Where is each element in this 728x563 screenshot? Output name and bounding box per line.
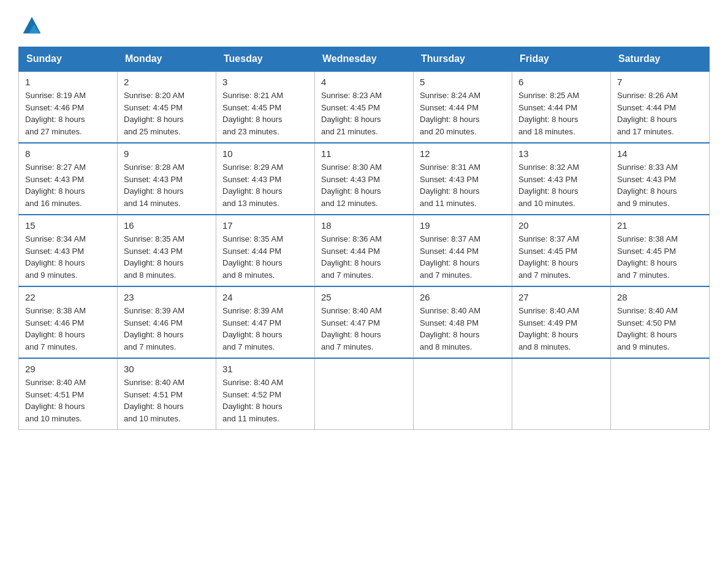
day-number: 5 (420, 77, 506, 87)
calendar-day-header-tuesday: Tuesday (216, 47, 315, 72)
day-number: 1 (25, 77, 111, 87)
day-info: Sunrise: 8:30 AMSunset: 4:43 PMDaylight:… (321, 161, 407, 209)
day-number: 21 (617, 220, 703, 231)
calendar-cell: 11 Sunrise: 8:30 AMSunset: 4:43 PMDaylig… (315, 143, 414, 215)
logo-icon (21, 13, 43, 36)
calendar-header-row: SundayMondayTuesdayWednesdayThursdayFrid… (19, 47, 710, 72)
day-info: Sunrise: 8:36 AMSunset: 4:44 PMDaylight:… (321, 233, 407, 281)
calendar-cell: 15 Sunrise: 8:34 AMSunset: 4:43 PMDaylig… (19, 215, 118, 286)
calendar-day-header-wednesday: Wednesday (315, 47, 414, 72)
day-info: Sunrise: 8:37 AMSunset: 4:45 PMDaylight:… (518, 233, 604, 281)
calendar-day-header-monday: Monday (118, 47, 216, 72)
calendar-cell: 9 Sunrise: 8:28 AMSunset: 4:43 PMDayligh… (118, 143, 216, 215)
day-number: 19 (420, 220, 506, 231)
calendar-cell: 28 Sunrise: 8:40 AMSunset: 4:50 PMDaylig… (611, 286, 710, 358)
calendar-day-header-friday: Friday (512, 47, 611, 72)
calendar-cell: 29 Sunrise: 8:40 AMSunset: 4:51 PMDaylig… (19, 358, 118, 430)
calendar-week-row: 15 Sunrise: 8:34 AMSunset: 4:43 PMDaylig… (19, 215, 710, 286)
day-number: 25 (321, 292, 407, 302)
calendar-cell: 3 Sunrise: 8:21 AMSunset: 4:45 PMDayligh… (216, 71, 315, 143)
day-info: Sunrise: 8:40 AMSunset: 4:47 PMDaylight:… (321, 305, 407, 353)
day-number: 11 (321, 148, 407, 159)
day-number: 26 (420, 292, 506, 302)
day-info: Sunrise: 8:31 AMSunset: 4:43 PMDaylight:… (420, 161, 506, 209)
day-number: 18 (321, 220, 407, 231)
day-number: 8 (25, 148, 111, 159)
day-info: Sunrise: 8:26 AMSunset: 4:44 PMDaylight:… (617, 90, 703, 137)
day-info: Sunrise: 8:20 AMSunset: 4:45 PMDaylight:… (124, 90, 210, 137)
calendar-cell: 4 Sunrise: 8:23 AMSunset: 4:45 PMDayligh… (315, 71, 414, 143)
calendar-cell: 17 Sunrise: 8:35 AMSunset: 4:44 PMDaylig… (216, 215, 315, 286)
calendar-cell: 26 Sunrise: 8:40 AMSunset: 4:48 PMDaylig… (414, 286, 512, 358)
calendar-cell: 31 Sunrise: 8:40 AMSunset: 4:52 PMDaylig… (216, 358, 315, 430)
calendar-cell: 27 Sunrise: 8:40 AMSunset: 4:49 PMDaylig… (512, 286, 611, 358)
day-number: 31 (222, 364, 308, 374)
day-info: Sunrise: 8:27 AMSunset: 4:43 PMDaylight:… (25, 161, 111, 209)
day-number: 12 (420, 148, 506, 159)
day-info: Sunrise: 8:35 AMSunset: 4:43 PMDaylight:… (124, 233, 210, 281)
day-number: 13 (518, 148, 604, 159)
calendar-day-header-saturday: Saturday (611, 47, 710, 72)
day-info: Sunrise: 8:40 AMSunset: 4:50 PMDaylight:… (617, 305, 703, 353)
calendar-cell: 13 Sunrise: 8:32 AMSunset: 4:43 PMDaylig… (512, 143, 611, 215)
day-number: 2 (124, 77, 210, 87)
calendar-cell: 21 Sunrise: 8:38 AMSunset: 4:45 PMDaylig… (611, 215, 710, 286)
calendar-cell: 1 Sunrise: 8:19 AMSunset: 4:46 PMDayligh… (19, 71, 118, 143)
day-number: 23 (124, 292, 210, 302)
calendar-cell (414, 358, 512, 430)
day-info: Sunrise: 8:40 AMSunset: 4:51 PMDaylight:… (124, 377, 210, 424)
day-info: Sunrise: 8:38 AMSunset: 4:46 PMDaylight:… (25, 305, 111, 353)
calendar-cell: 24 Sunrise: 8:39 AMSunset: 4:47 PMDaylig… (216, 286, 315, 358)
day-number: 14 (617, 148, 703, 159)
calendar-week-row: 1 Sunrise: 8:19 AMSunset: 4:46 PMDayligh… (19, 71, 710, 143)
calendar-cell: 14 Sunrise: 8:33 AMSunset: 4:43 PMDaylig… (611, 143, 710, 215)
day-info: Sunrise: 8:29 AMSunset: 4:43 PMDaylight:… (222, 161, 308, 209)
calendar-cell: 7 Sunrise: 8:26 AMSunset: 4:44 PMDayligh… (611, 71, 710, 143)
calendar-cell: 23 Sunrise: 8:39 AMSunset: 4:46 PMDaylig… (118, 286, 216, 358)
day-info: Sunrise: 8:38 AMSunset: 4:45 PMDaylight:… (617, 233, 703, 281)
day-number: 30 (124, 364, 210, 374)
calendar-cell: 2 Sunrise: 8:20 AMSunset: 4:45 PMDayligh… (118, 71, 216, 143)
day-info: Sunrise: 8:39 AMSunset: 4:46 PMDaylight:… (124, 305, 210, 353)
calendar-week-row: 29 Sunrise: 8:40 AMSunset: 4:51 PMDaylig… (19, 358, 710, 430)
calendar-table: SundayMondayTuesdayWednesdayThursdayFrid… (18, 47, 710, 430)
day-number: 6 (518, 77, 604, 87)
day-number: 4 (321, 77, 407, 87)
calendar-cell: 16 Sunrise: 8:35 AMSunset: 4:43 PMDaylig… (118, 215, 216, 286)
day-info: Sunrise: 8:39 AMSunset: 4:47 PMDaylight:… (222, 305, 308, 353)
calendar-week-row: 22 Sunrise: 8:38 AMSunset: 4:46 PMDaylig… (19, 286, 710, 358)
calendar-cell: 20 Sunrise: 8:37 AMSunset: 4:45 PMDaylig… (512, 215, 611, 286)
day-number: 27 (518, 292, 604, 302)
calendar-cell: 12 Sunrise: 8:31 AMSunset: 4:43 PMDaylig… (414, 143, 512, 215)
logo (18, 12, 43, 36)
day-info: Sunrise: 8:24 AMSunset: 4:44 PMDaylight:… (420, 90, 506, 137)
calendar-cell: 6 Sunrise: 8:25 AMSunset: 4:44 PMDayligh… (512, 71, 611, 143)
day-info: Sunrise: 8:37 AMSunset: 4:44 PMDaylight:… (420, 233, 506, 281)
calendar-cell: 5 Sunrise: 8:24 AMSunset: 4:44 PMDayligh… (414, 71, 512, 143)
day-info: Sunrise: 8:23 AMSunset: 4:45 PMDaylight:… (321, 90, 407, 137)
day-number: 22 (25, 292, 111, 302)
day-info: Sunrise: 8:32 AMSunset: 4:43 PMDaylight:… (518, 161, 604, 209)
day-info: Sunrise: 8:21 AMSunset: 4:45 PMDaylight:… (222, 90, 308, 137)
calendar-cell: 25 Sunrise: 8:40 AMSunset: 4:47 PMDaylig… (315, 286, 414, 358)
day-number: 3 (222, 77, 308, 87)
calendar-cell: 10 Sunrise: 8:29 AMSunset: 4:43 PMDaylig… (216, 143, 315, 215)
calendar-cell (315, 358, 414, 430)
day-info: Sunrise: 8:19 AMSunset: 4:46 PMDaylight:… (25, 90, 111, 137)
day-number: 15 (25, 220, 111, 231)
day-number: 9 (124, 148, 210, 159)
calendar-day-header-thursday: Thursday (414, 47, 512, 72)
day-info: Sunrise: 8:40 AMSunset: 4:49 PMDaylight:… (518, 305, 604, 353)
day-info: Sunrise: 8:35 AMSunset: 4:44 PMDaylight:… (222, 233, 308, 281)
day-number: 20 (518, 220, 604, 231)
calendar-cell (611, 358, 710, 430)
day-info: Sunrise: 8:34 AMSunset: 4:43 PMDaylight:… (25, 233, 111, 281)
day-number: 10 (222, 148, 308, 159)
day-info: Sunrise: 8:40 AMSunset: 4:52 PMDaylight:… (222, 377, 308, 424)
calendar-cell (512, 358, 611, 430)
day-number: 17 (222, 220, 308, 231)
day-number: 24 (222, 292, 308, 302)
page-header (18, 12, 710, 36)
calendar-cell: 30 Sunrise: 8:40 AMSunset: 4:51 PMDaylig… (118, 358, 216, 430)
day-info: Sunrise: 8:40 AMSunset: 4:48 PMDaylight:… (420, 305, 506, 353)
